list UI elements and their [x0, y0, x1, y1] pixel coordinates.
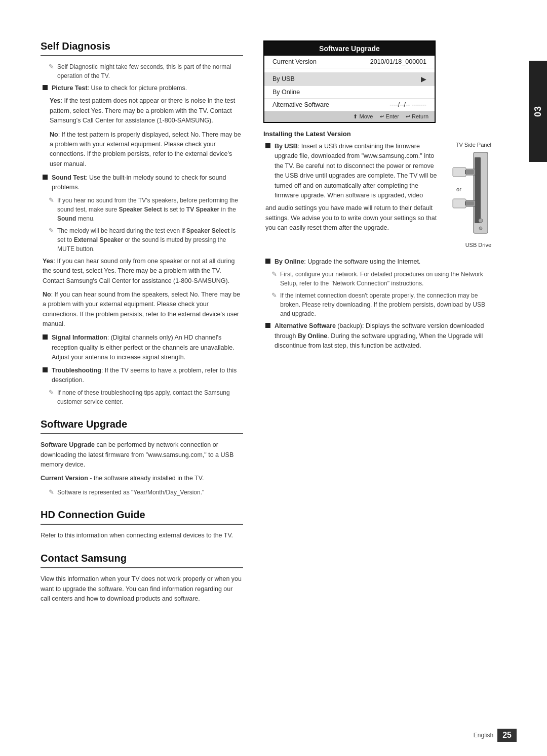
picture-test-no: No: If the test pattern is properly disp…	[41, 130, 243, 170]
svg-point-12	[479, 227, 482, 230]
tv-side-panel-label: TV Side Panel	[456, 142, 491, 148]
by-online-label-text: By Online	[275, 258, 304, 265]
software-note: ✎ Software is represented as "Year/Month…	[41, 488, 243, 497]
note-pencil-icon: ✎	[49, 63, 54, 70]
software-upgrade-intro: Software Upgrade can be performed by net…	[41, 440, 243, 470]
bullet-square-icon	[43, 334, 48, 340]
note-pencil-icon: ✎	[49, 488, 54, 496]
current-version-value: 2010/01/18_000001	[370, 58, 426, 65]
software-upgrade-title: Software Upgrade	[41, 418, 243, 434]
signal-info-label: Signal Information	[52, 334, 107, 341]
by-usb-section: TV Side Panel	[263, 142, 491, 252]
alternative-software-value: ----/--/-- -------	[389, 101, 426, 108]
troubleshooting-note: ✎ If none of these troubleshooting tips …	[41, 388, 243, 406]
page-language: English	[474, 732, 493, 739]
bullet-square-icon	[43, 175, 48, 180]
by-usb-label-text: By USB	[275, 143, 298, 150]
self-diagnosis-intro-note: ✎ Self Diagnostic might take few seconds…	[41, 62, 243, 80]
tv-side-panel-area: TV Side Panel	[446, 142, 491, 248]
sw-upgrade-nav: ⬆ Move ↵ Enter ↩ Return	[264, 111, 435, 122]
nav-enter: ↵ Enter	[380, 113, 399, 119]
sound-test-content: Sound Test: Use the built-in melody soun…	[52, 173, 243, 193]
bullet-square-icon	[265, 259, 270, 264]
self-diagnosis-title: Self Diagnosis	[41, 40, 243, 56]
note-pencil-icon: ✎	[271, 270, 277, 278]
page-number: 25	[497, 729, 517, 742]
signal-info-bullet: Signal Information: (Digital channels on…	[41, 333, 243, 362]
svg-rect-8	[467, 201, 474, 205]
nav-move: ⬆ Move	[353, 113, 373, 119]
current-version-note: Current Version - the software already i…	[41, 474, 243, 483]
note-pencil-icon: ✎	[49, 227, 54, 234]
alternative-software-label-text: Alternative Software	[275, 322, 336, 329]
sound-test-bullet: Sound Test: Use the built-in melody soun…	[41, 173, 243, 193]
bullet-square-icon	[265, 143, 270, 148]
tv-side-panel-svg: or	[446, 150, 491, 241]
bullet-square-icon	[43, 85, 48, 90]
contact-samsung-text: View this information when your TV does …	[41, 574, 243, 604]
sound-test-no: No: If you can hear sound from the speak…	[41, 290, 243, 329]
by-online-label: By Online	[272, 89, 300, 96]
troubleshooting-bullet: Troubleshooting: If the TV seems to have…	[41, 366, 243, 386]
troubleshooting-label: Troubleshooting	[52, 367, 101, 374]
note-pencil-icon: ✎	[49, 389, 54, 396]
by-online-note-2: ✎ If the internet connection doesn't ope…	[263, 291, 491, 318]
page-footer: English 25	[474, 729, 517, 742]
by-usb-arrow: ▶	[421, 75, 426, 83]
current-version-row: Current Version 2010/01/18_000001	[264, 56, 435, 68]
by-online-bullet: By Online: Upgrade the software using th…	[263, 257, 491, 267]
svg-point-11	[479, 219, 483, 223]
alternative-software-row: Alternative Software ----/--/-- -------	[264, 99, 435, 111]
contact-samsung-section: Contact Samsung View this information wh…	[41, 553, 243, 604]
note-pencil-icon: ✎	[49, 196, 54, 204]
sw-upgrade-box-header: Software Upgrade	[264, 41, 435, 56]
note-pencil-icon: ✎	[271, 291, 277, 299]
svg-rect-10	[465, 201, 466, 205]
chapter-number: 03	[533, 106, 543, 117]
picture-test-bullet: Picture Test: Use to check for picture p…	[41, 83, 243, 93]
by-usb-colon-text: : Insert a USB drive containing the firm…	[275, 143, 437, 199]
software-upgrade-menu-box: Software Upgrade Current Version 2010/01…	[263, 40, 436, 123]
installing-title: Installing the Latest Version	[263, 130, 491, 138]
self-diagnosis-intro-text: Self Diagnostic might take few seconds, …	[57, 62, 243, 80]
usb-drive-label: USB Drive	[465, 242, 491, 248]
chapter-tab: 03 Basic Features	[529, 61, 547, 162]
current-version-label: Current Version	[272, 58, 317, 65]
signal-info-content: Signal Information: (Digital channels on…	[52, 333, 243, 362]
svg-rect-1	[475, 157, 481, 223]
by-online-text: By Online: Upgrade the software using th…	[275, 257, 491, 267]
svg-text:or: or	[456, 186, 461, 192]
sound-note-2: ✎ The melody will be heard during the te…	[41, 226, 243, 254]
hd-connection-title: HD Connection Guide	[41, 509, 243, 525]
sound-test-yes: Yes: If you can hear sound only from one…	[41, 257, 243, 286]
sound-test-label: Sound Test	[52, 174, 86, 181]
by-online-note-1: ✎ First, configure your network. For det…	[263, 270, 491, 288]
sound-note-1: ✎ If you hear no sound from the TV's spe…	[41, 196, 243, 223]
picture-test-colon: : Use to check for picture problems.	[88, 85, 187, 92]
svg-rect-9	[453, 199, 466, 208]
nav-return: ↩ Return	[406, 113, 428, 119]
contact-samsung-title: Contact Samsung	[41, 553, 243, 568]
hd-connection-section: HD Connection Guide Refer to this inform…	[41, 509, 243, 540]
svg-rect-3	[467, 170, 474, 174]
alternative-software-label: Alternative Software	[272, 101, 329, 108]
hd-connection-text: Refer to this information when connectin…	[41, 531, 243, 540]
alternative-software-text: Alternative Software (backup): Displays …	[275, 321, 491, 351]
by-usb-text: By USB: Insert a USB drive containing th…	[275, 142, 440, 200]
alternative-software-bullet: Alternative Software (backup): Displays …	[263, 321, 491, 351]
by-usb-row: By USB ▶	[264, 72, 435, 86]
svg-rect-5	[465, 170, 466, 174]
svg-rect-4	[453, 167, 466, 177]
picture-test-content: Picture Test: Use to check for picture p…	[52, 83, 243, 93]
bullet-square-icon	[265, 323, 270, 328]
picture-test-yes: Yes: If the test pattern does not appear…	[41, 96, 243, 125]
troubleshooting-content: Troubleshooting: If the TV seems to have…	[52, 366, 243, 386]
right-column: Software Upgrade Current Version 2010/01…	[258, 40, 517, 716]
by-usb-label: By USB	[272, 75, 295, 82]
bullet-square-icon	[43, 367, 48, 372]
software-upgrade-section-left: Software Upgrade Software Upgrade can be…	[41, 418, 243, 497]
by-online-row: By Online	[264, 86, 435, 99]
by-usb-bullet: By USB: Insert a USB drive containing th…	[263, 142, 440, 200]
self-diagnosis-section: Self Diagnosis ✎ Self Diagnostic might t…	[41, 40, 243, 406]
picture-test-label: Picture Test	[52, 85, 88, 92]
